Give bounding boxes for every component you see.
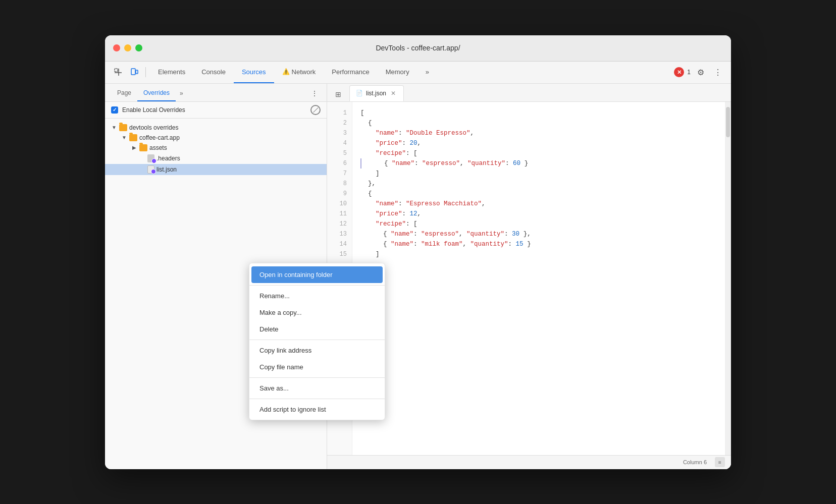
context-menu-open-folder[interactable]: Open in containing folder — [251, 266, 383, 283]
context-menu-sep-3 — [249, 377, 385, 378]
code-line-4: "price": 20, — [360, 138, 717, 148]
tree-item-devtools-overrides[interactable]: devtools overrides — [105, 123, 327, 133]
device-toolbar-icon[interactable] — [127, 65, 141, 79]
line-num-14: 14 — [327, 239, 352, 249]
error-count: 1 — [687, 69, 691, 76]
editor-sidebar-toggle[interactable]: ⊞ — [331, 87, 345, 101]
tab-sources[interactable]: Sources — [234, 62, 274, 83]
code-line-8: }, — [360, 179, 717, 189]
enable-overrides-checkbox[interactable] — [111, 106, 118, 114]
context-menu-sep-2 — [249, 340, 385, 340]
toolbar-right: ✕ 1 ⚙ ⋮ — [674, 65, 725, 79]
tree-item-coffee-cart[interactable]: coffee-cart.app — [105, 133, 327, 143]
code-line-9: { — [360, 189, 717, 199]
code-line-2: { — [360, 118, 717, 128]
code-line-14: { "name": "milk foam", "quantity": 15 } — [360, 239, 717, 249]
context-menu-ignore[interactable]: Add script to ignore list — [249, 401, 385, 418]
line-num-3: 3 — [327, 128, 352, 138]
traffic-lights — [113, 44, 142, 51]
code-line-13: { "name": "espresso", "quantity": 30 }, — [360, 229, 717, 239]
file-icon-list-json — [147, 165, 154, 174]
svg-rect-0 — [115, 69, 118, 72]
code-line-15: ] — [360, 249, 717, 259]
editor-tab-list-json[interactable]: 📄 list.json ✕ — [349, 85, 404, 101]
code-line-10: "name": "Espresso Macchiato", — [360, 199, 717, 209]
code-editor[interactable]: 1 2 3 4 5 6 7 8 9 10 11 12 13 14 15 — [327, 102, 731, 455]
editor-tab-label: list.json — [366, 90, 386, 97]
tree-label-assets: assets — [149, 144, 167, 151]
tab-console[interactable]: Console — [193, 62, 234, 83]
window-title: DevTools - coffee-cart.app/ — [376, 44, 460, 52]
context-menu-save-as[interactable]: Save as... — [249, 380, 385, 397]
svg-rect-2 — [136, 70, 138, 74]
tree-label-coffee-cart: coffee-cart.app — [139, 134, 180, 141]
code-content[interactable]: [ { "name": "Double Espresso", "price": … — [352, 102, 725, 455]
context-menu-rename[interactable]: Rename... — [249, 288, 385, 304]
code-line-6: { "name": "espresso", "quantity": 60 } — [360, 158, 717, 169]
settings-icon[interactable]: ⚙ — [694, 65, 708, 79]
toolbar: Elements Console Sources ⚠️ Network Perf… — [105, 62, 731, 84]
minimize-button[interactable] — [124, 44, 131, 51]
context-menu-sep-1 — [249, 285, 385, 286]
line-num-7: 7 — [327, 169, 352, 179]
tab-performance[interactable]: Performance — [324, 62, 377, 83]
line-num-10: 10 — [327, 199, 352, 209]
line-num-11: 11 — [327, 209, 352, 219]
line-num-1: 1 — [327, 108, 352, 118]
tab-memory[interactable]: Memory — [378, 62, 417, 83]
code-line-7: ] — [360, 169, 717, 179]
code-line-1: [ — [360, 108, 717, 118]
close-button[interactable] — [113, 44, 120, 51]
toolbar-divider-1 — [145, 67, 146, 77]
line-num-13: 13 — [327, 229, 352, 239]
block-icon[interactable] — [310, 105, 321, 115]
line-num-6: 6 — [327, 158, 352, 169]
editor-tab-file-icon: 📄 — [356, 90, 363, 96]
toolbar-tabs: Elements Console Sources ⚠️ Network Perf… — [150, 62, 672, 83]
tab-more[interactable]: » — [417, 62, 437, 83]
inspect-element-icon[interactable] — [111, 65, 125, 79]
overrides-bar: Enable Local Overrides — [105, 102, 327, 119]
status-bar: Column 6 ≡ — [327, 455, 731, 469]
folder-icon-assets — [139, 144, 147, 151]
editor-tab-close[interactable]: ✕ — [389, 89, 397, 97]
svg-rect-1 — [131, 69, 135, 75]
line-num-2: 2 — [327, 118, 352, 128]
folder-icon-coffee-cart — [129, 134, 137, 141]
tree-label-headers: .headers — [156, 155, 180, 162]
sidebar-tabs-more[interactable]: » — [176, 85, 187, 101]
status-bar-icon[interactable]: ≡ — [715, 457, 725, 467]
more-options-icon[interactable]: ⋮ — [711, 65, 725, 79]
sidebar-tab-page[interactable]: Page — [111, 85, 137, 101]
context-menu-delete[interactable]: Delete — [249, 321, 385, 338]
editor-scrollbar-thumb[interactable] — [726, 107, 730, 137]
line-num-4: 4 — [327, 138, 352, 148]
tree-item-headers[interactable]: .headers — [105, 153, 327, 164]
error-badge-icon: ✕ — [674, 67, 684, 77]
sidebar-tab-overrides[interactable]: Overrides — [137, 85, 176, 101]
editor-tabs: ⊞ 📄 list.json ✕ — [327, 84, 731, 102]
devtools-window: DevTools - coffee-cart.app/ Elements Con… — [105, 35, 731, 469]
context-menu-copy[interactable]: Make a copy... — [249, 304, 385, 321]
code-line-11: "price": 12, — [360, 209, 717, 219]
file-icon-headers — [147, 154, 154, 162]
main-content: Page Overrides » ⋮ Enable Local Override… — [105, 84, 731, 469]
sidebar: Page Overrides » ⋮ Enable Local Override… — [105, 84, 327, 469]
code-line-5: "recipe": [ — [360, 148, 717, 158]
editor-scrollbar[interactable] — [725, 102, 731, 455]
tab-network[interactable]: ⚠️ Network — [274, 62, 324, 83]
tree-arrow-assets — [131, 145, 137, 151]
context-menu-copy-name[interactable]: Copy file name — [249, 359, 385, 375]
tree-arrow-devtools-overrides — [111, 125, 117, 131]
tree-item-list-json[interactable]: list.json — [105, 164, 327, 175]
tab-elements[interactable]: Elements — [150, 62, 193, 83]
tree-item-assets[interactable]: assets — [105, 143, 327, 153]
code-line-3: "name": "Double Espresso", — [360, 128, 717, 138]
maximize-button[interactable] — [135, 44, 142, 51]
context-menu-copy-link[interactable]: Copy link address — [249, 342, 385, 359]
code-line-12: "recipe": [ — [360, 219, 717, 229]
warning-icon: ⚠️ — [282, 68, 290, 75]
tree-arrow-coffee-cart — [121, 135, 127, 141]
line-num-9: 9 — [327, 189, 352, 199]
sidebar-more-actions[interactable]: ⋮ — [308, 87, 321, 99]
